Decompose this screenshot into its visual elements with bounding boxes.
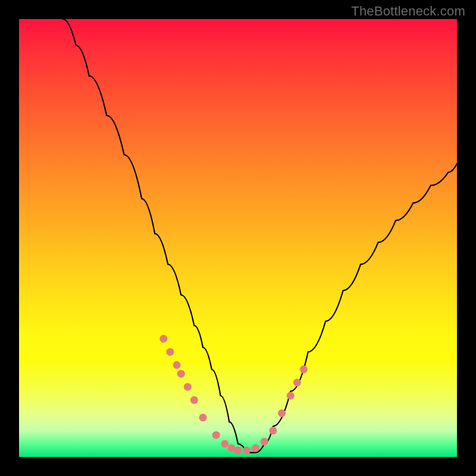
sample-point (166, 348, 174, 356)
sample-point (287, 392, 295, 400)
sample-point (234, 447, 242, 455)
chart-canvas: TheBottleneck.com (0, 0, 476, 476)
sample-point (177, 370, 185, 378)
watermark-text: TheBottleneck.com (351, 4, 465, 19)
sample-point (199, 414, 207, 421)
sample-point (252, 444, 259, 452)
plot-area (19, 19, 457, 457)
sample-point (278, 409, 286, 417)
sample-point (300, 365, 308, 373)
sample-point (159, 335, 167, 343)
sample-point (173, 361, 181, 369)
sample-point (293, 378, 301, 386)
sample-point (184, 383, 192, 391)
sample-point (228, 444, 236, 452)
sample-point (190, 396, 198, 404)
sample-point (243, 447, 250, 455)
bottleneck-curve (63, 19, 457, 453)
sample-point (261, 438, 268, 446)
sample-point (269, 427, 277, 434)
sample-point (221, 440, 228, 447)
curve-svg (19, 19, 457, 457)
sample-points-group (159, 335, 308, 455)
sample-point (212, 431, 220, 439)
